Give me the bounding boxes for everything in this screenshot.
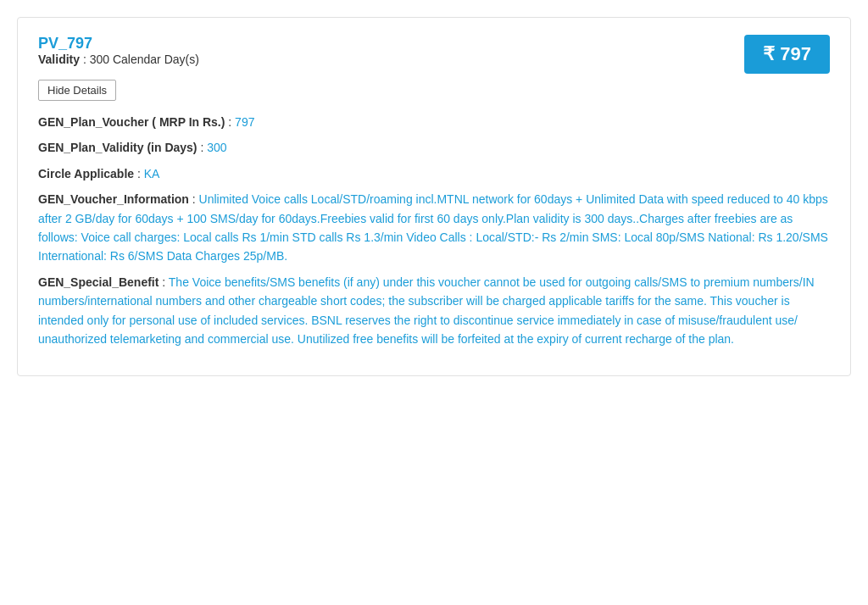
- detail-value: 300: [207, 141, 226, 154]
- detail-label: GEN_Plan_Voucher ( MRP In Rs.): [38, 115, 225, 129]
- header-row: PV_797 Validity : 300 Calendar Day(s) ₹ …: [38, 35, 830, 75]
- price-value: 797: [780, 43, 811, 64]
- details-section: GEN_Plan_Voucher ( MRP In Rs.) : 797GEN_…: [38, 113, 830, 348]
- detail-label: GEN_Plan_Validity (in Days): [38, 141, 198, 154]
- plan-card: PV_797 Validity : 300 Calendar Day(s) ₹ …: [17, 17, 851, 376]
- detail-row: GEN_Plan_Voucher ( MRP In Rs.) : 797: [38, 113, 830, 131]
- detail-label: GEN_Special_Benefit: [38, 275, 159, 289]
- plan-title: PV_797: [38, 35, 199, 53]
- detail-colon: :: [134, 167, 144, 180]
- validity-label: Validity: [38, 53, 80, 66]
- detail-colon: :: [225, 115, 235, 129]
- detail-row: GEN_Plan_Validity (in Days) : 300: [38, 138, 830, 157]
- detail-row: GEN_Special_Benefit : The Voice benefits…: [38, 273, 830, 349]
- detail-row: GEN_Voucher_Information : Unlimited Voic…: [38, 190, 830, 266]
- detail-value: KA: [144, 167, 160, 180]
- detail-row: Circle Applicable : KA: [38, 164, 830, 183]
- detail-colon: :: [159, 275, 168, 289]
- price-badge: ₹ 797: [744, 35, 830, 74]
- detail-colon: :: [189, 192, 199, 206]
- detail-value: 797: [235, 115, 254, 129]
- price-symbol: ₹: [763, 43, 775, 64]
- validity-row: Validity : 300 Calendar Day(s): [38, 53, 199, 66]
- detail-colon: :: [198, 141, 208, 154]
- left-header: PV_797 Validity : 300 Calendar Day(s): [38, 35, 199, 75]
- validity-value: 300 Calendar Day(s): [90, 53, 199, 66]
- detail-label: GEN_Voucher_Information: [38, 192, 189, 206]
- validity-colon: :: [80, 53, 90, 66]
- detail-label: Circle Applicable: [38, 167, 134, 180]
- hide-details-button[interactable]: Hide Details: [38, 80, 116, 101]
